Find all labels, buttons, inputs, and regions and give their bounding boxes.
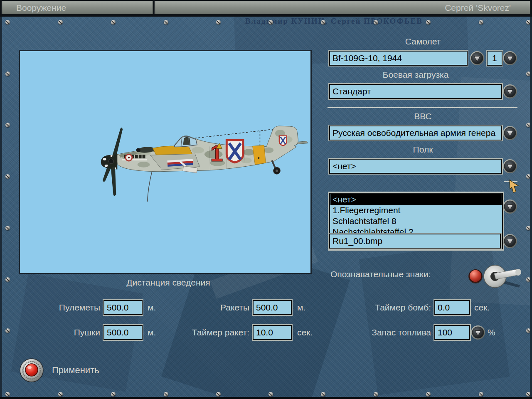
screw-icon bbox=[5, 20, 10, 25]
apply-button[interactable] bbox=[19, 357, 44, 383]
screw-icon bbox=[5, 328, 10, 333]
screw-icon bbox=[526, 123, 531, 127]
markings-label: Опознавательные знаки: bbox=[330, 269, 431, 279]
screw-icon bbox=[479, 20, 483, 25]
aircraft-dropdown-button[interactable] bbox=[470, 51, 485, 66]
skin-dropdown-button[interactable] bbox=[502, 234, 517, 249]
cannons-input[interactable] bbox=[103, 325, 143, 340]
apply-label: Применить bbox=[52, 365, 99, 376]
down-arrow-icon bbox=[471, 325, 485, 340]
list-item[interactable]: <нет> bbox=[330, 194, 502, 205]
screw-icon bbox=[321, 20, 325, 25]
down-arrow-icon bbox=[503, 159, 517, 173]
aircraft-preview-image: 1 bbox=[20, 51, 310, 273]
regiment-dropdown-button[interactable] bbox=[502, 159, 517, 174]
screw-icon bbox=[5, 71, 10, 76]
screw-icon bbox=[58, 392, 63, 397]
screw-icon bbox=[526, 174, 531, 179]
loadout-dropdown-button[interactable] bbox=[502, 84, 517, 99]
tab-armament-label: Вооружение bbox=[16, 3, 66, 12]
screw-icon bbox=[479, 392, 483, 397]
toggle-lever bbox=[484, 265, 521, 288]
indicator-lamp-icon bbox=[468, 269, 483, 283]
screw-icon bbox=[5, 123, 10, 127]
loadout-combo[interactable]: Стандарт bbox=[329, 84, 502, 99]
tab-armament[interactable]: Вооружение bbox=[2, 1, 153, 14]
screw-icon bbox=[526, 277, 531, 282]
fuel-unit: % bbox=[488, 328, 495, 337]
screw-icon bbox=[164, 20, 168, 25]
main-panel: Владимир КУНИН, Сергей ПРОКОФЬЕВ bbox=[0, 17, 532, 397]
screw-icon bbox=[374, 20, 378, 25]
bomb-timer-input[interactable] bbox=[434, 300, 470, 315]
bomb-timer-unit: сек. bbox=[474, 303, 490, 313]
aircraft-preview-panel: 1 bbox=[19, 50, 312, 274]
bottom-edge bbox=[0, 397, 532, 399]
screw-icon bbox=[268, 20, 273, 25]
rocket-timer-label: Таймер ракет: bbox=[151, 328, 249, 337]
loadout-section-label: Боевая загрузка bbox=[329, 70, 502, 80]
fuel-label: Запас топлива bbox=[333, 328, 431, 337]
separator-fragment bbox=[504, 181, 517, 182]
screw-icon bbox=[526, 328, 531, 333]
rockets-unit: м. bbox=[297, 303, 305, 313]
insignia-dropdown-button[interactable] bbox=[502, 199, 517, 214]
screw-icon bbox=[5, 174, 10, 179]
screw-icon bbox=[164, 392, 168, 397]
down-arrow-icon bbox=[470, 51, 484, 65]
screw-icon bbox=[426, 392, 431, 397]
screw-icon bbox=[426, 20, 431, 25]
separator-line bbox=[328, 107, 517, 108]
bomb-timer-label: Таймер бомб: bbox=[333, 303, 431, 313]
down-arrow-icon bbox=[503, 126, 517, 140]
skin-combo[interactable]: Ru1_00.bmp bbox=[329, 234, 501, 249]
markings-toggle[interactable] bbox=[464, 264, 522, 289]
convergence-title: Дистанция сведения bbox=[19, 278, 318, 288]
rocket-timer-input[interactable] bbox=[253, 325, 292, 340]
airforce-section-label: ВВС bbox=[329, 111, 517, 121]
screw-icon bbox=[5, 392, 10, 397]
red-button-icon bbox=[19, 357, 44, 383]
player-name: Сергей 'Skvorez' bbox=[445, 3, 511, 12]
screw-icon bbox=[216, 20, 221, 25]
down-arrow-icon bbox=[503, 51, 517, 65]
fuel-dropdown-button[interactable] bbox=[470, 325, 485, 340]
screw-icon bbox=[111, 392, 116, 397]
background-book-text: Владимир КУНИН, Сергей ПРОКОФЬЕВ bbox=[245, 17, 528, 26]
rocket-timer-unit: сек. bbox=[297, 328, 313, 337]
screw-icon bbox=[526, 392, 531, 397]
down-arrow-icon bbox=[503, 84, 517, 99]
screw-icon bbox=[111, 20, 116, 25]
rockets-label: Ракеты bbox=[151, 303, 249, 313]
fuel-input[interactable] bbox=[434, 325, 470, 340]
screw-icon bbox=[374, 392, 378, 397]
screw-icon bbox=[5, 226, 10, 230]
aircraft-combo[interactable]: Bf-109G-10, 1944 bbox=[329, 51, 468, 66]
side-number: 1 bbox=[210, 140, 223, 166]
machineguns-input[interactable] bbox=[103, 300, 143, 315]
airforce-combo[interactable]: Русская освободительная армия генера bbox=[329, 126, 502, 140]
aircraft-count-button[interactable] bbox=[502, 51, 517, 66]
screw-icon bbox=[216, 392, 221, 397]
screw-icon bbox=[321, 392, 325, 397]
down-arrow-icon bbox=[503, 200, 517, 214]
armament-screen: Вооружение Сергей 'Skvorez' Владимир КУН… bbox=[0, 0, 532, 399]
machineguns-label: Пулеметы bbox=[2, 303, 100, 313]
aircraft-section-label: Самолет bbox=[329, 37, 517, 47]
player-name-bar: Сергей 'Skvorez' bbox=[155, 1, 530, 14]
screw-icon bbox=[58, 20, 63, 25]
regiment-combo[interactable]: <нет> bbox=[329, 159, 502, 174]
title-bar: Вооружение Сергей 'Skvorez' bbox=[0, 0, 532, 17]
airforce-dropdown-button[interactable] bbox=[502, 126, 517, 140]
list-item[interactable]: 1.Fliegerregiment bbox=[330, 205, 502, 216]
screw-icon bbox=[5, 277, 10, 282]
list-item[interactable]: Schlachtstaffel 8 bbox=[330, 216, 502, 227]
down-arrow-icon bbox=[503, 234, 517, 248]
rockets-input[interactable] bbox=[253, 300, 292, 315]
screw-icon bbox=[526, 20, 531, 25]
aircraft-count-field[interactable]: 1 bbox=[487, 51, 502, 66]
screw-icon bbox=[526, 226, 531, 230]
screw-icon bbox=[526, 71, 531, 76]
screw-icon bbox=[268, 392, 273, 397]
cannons-label: Пушки bbox=[2, 328, 100, 337]
